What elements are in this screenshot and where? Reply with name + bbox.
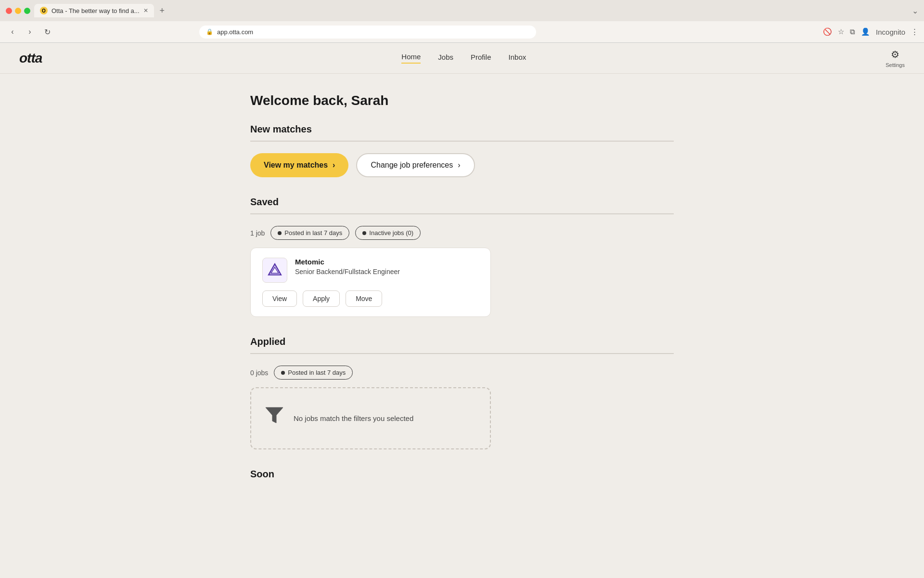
nav-link-profile[interactable]: Profile bbox=[471, 53, 491, 63]
nav-link-inbox[interactable]: Inbox bbox=[509, 53, 526, 63]
star-icon[interactable]: ☆ bbox=[838, 27, 844, 36]
lock-icon: 🔒 bbox=[206, 28, 213, 35]
view-job-button[interactable]: View bbox=[262, 290, 297, 307]
saved-divider bbox=[250, 213, 674, 214]
new-matches-section: New matches View my matches › Change job… bbox=[250, 124, 674, 177]
incognito-label: Incognito bbox=[876, 28, 905, 36]
saved-title: Saved bbox=[250, 197, 674, 208]
applied-filter-dot-icon bbox=[281, 371, 285, 375]
multiwindow-icon[interactable]: ⧉ bbox=[850, 27, 855, 36]
job-card: Metomic Senior Backend/Fullstack Enginee… bbox=[250, 248, 491, 317]
tab-title: Otta - The better way to find a... bbox=[51, 7, 140, 14]
chevron-right-icon-2: › bbox=[458, 161, 460, 170]
saved-filter-row: 1 job Posted in last 7 days Inactive job… bbox=[250, 226, 674, 240]
section-divider bbox=[250, 141, 674, 142]
apply-job-button[interactable]: Apply bbox=[303, 290, 340, 307]
job-actions: View Apply Move bbox=[262, 290, 479, 307]
applied-title: Applied bbox=[250, 336, 674, 347]
saved-jobs-count: 1 job bbox=[250, 229, 265, 237]
settings-area[interactable]: ⚙ Settings bbox=[886, 49, 905, 68]
soon-title: Soon bbox=[250, 469, 674, 480]
change-prefs-label: Change job preferences bbox=[371, 161, 453, 170]
browser-tab[interactable]: O Otta - The better way to find a... ✕ bbox=[34, 4, 154, 17]
maximize-button[interactable] bbox=[24, 8, 30, 14]
filter-dot-icon bbox=[278, 231, 282, 235]
view-matches-label: View my matches bbox=[264, 161, 328, 170]
chevron-down-icon: ⌄ bbox=[912, 6, 918, 15]
company-logo bbox=[262, 258, 287, 283]
job-title: Senior Backend/Fullstack Engineer bbox=[295, 268, 479, 276]
saved-filter-label-1: Posted in last 7 days bbox=[284, 229, 342, 236]
applied-filter-chip[interactable]: Posted in last 7 days bbox=[274, 366, 353, 380]
job-info: Metomic Senior Backend/Fullstack Enginee… bbox=[295, 258, 479, 276]
applied-jobs-count: 0 jobs bbox=[250, 369, 268, 377]
camera-off-icon: 🚫 bbox=[823, 27, 832, 36]
profile-icon[interactable]: 👤 bbox=[861, 27, 870, 36]
change-preferences-button[interactable]: Change job preferences › bbox=[356, 153, 475, 177]
applied-filter-row: 0 jobs Posted in last 7 days bbox=[250, 366, 674, 380]
minimize-button[interactable] bbox=[15, 8, 21, 14]
nav-link-home[interactable]: Home bbox=[401, 53, 421, 64]
tab-favicon: O bbox=[40, 7, 48, 14]
empty-state-text: No jobs match the filters you selected bbox=[294, 413, 413, 423]
close-button[interactable] bbox=[6, 8, 12, 14]
chevron-right-icon: › bbox=[333, 161, 335, 170]
cta-buttons: View my matches › Change job preferences… bbox=[250, 153, 674, 177]
overflow-icon[interactable]: ⋮ bbox=[911, 27, 918, 36]
saved-filter-label-2: Inactive jobs (0) bbox=[369, 229, 413, 236]
tab-close-icon[interactable]: ✕ bbox=[143, 7, 148, 14]
nav-links: Home Jobs Profile Inbox bbox=[401, 53, 526, 64]
gear-icon: ⚙ bbox=[891, 49, 899, 60]
logo: otta bbox=[19, 51, 42, 66]
refresh-button[interactable]: ↻ bbox=[40, 25, 54, 39]
job-header: Metomic Senior Backend/Fullstack Enginee… bbox=[262, 258, 479, 283]
metomic-logo-icon bbox=[267, 263, 282, 278]
back-button[interactable]: ‹ bbox=[6, 25, 19, 39]
applied-filter-label: Posted in last 7 days bbox=[288, 369, 346, 376]
new-tab-button[interactable]: + bbox=[156, 4, 169, 18]
filter-dot-icon-2 bbox=[362, 231, 366, 235]
nav-link-jobs[interactable]: Jobs bbox=[438, 53, 453, 63]
new-matches-title: New matches bbox=[250, 124, 674, 135]
welcome-heading: Welcome back, Sarah bbox=[250, 93, 674, 108]
forward-button[interactable]: › bbox=[23, 25, 37, 39]
saved-section: Saved 1 job Posted in last 7 days Inacti… bbox=[250, 197, 674, 317]
soon-section: Soon bbox=[250, 469, 674, 480]
view-matches-button[interactable]: View my matches › bbox=[250, 153, 348, 177]
settings-label: Settings bbox=[886, 62, 905, 68]
applied-section: Applied 0 jobs Posted in last 7 days No … bbox=[250, 336, 674, 449]
applied-divider bbox=[250, 353, 674, 354]
empty-state: No jobs match the filters you selected bbox=[250, 387, 491, 449]
main-content: Welcome back, Sarah New matches View my … bbox=[231, 74, 693, 518]
funnel-icon bbox=[265, 406, 284, 431]
saved-filter-chip-1[interactable]: Posted in last 7 days bbox=[270, 226, 349, 240]
move-job-button[interactable]: Move bbox=[346, 290, 382, 307]
app-navbar: otta Home Jobs Profile Inbox ⚙ Settings bbox=[0, 43, 924, 74]
company-name: Metomic bbox=[295, 258, 479, 266]
saved-filter-chip-2[interactable]: Inactive jobs (0) bbox=[355, 226, 421, 240]
address-text: app.otta.com bbox=[217, 28, 253, 36]
